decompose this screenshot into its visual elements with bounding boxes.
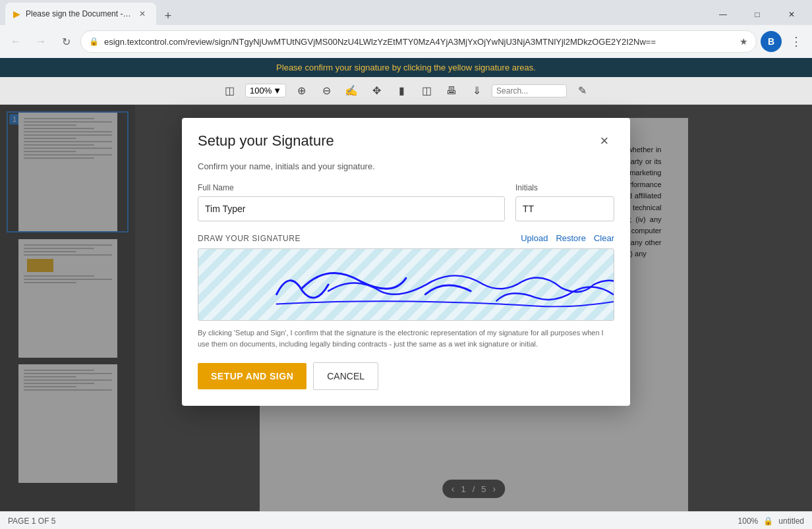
lock-icon: 🔒 bbox=[89, 37, 99, 46]
draw-label: DRAW YOUR SIGNATURE bbox=[198, 234, 301, 243]
close-button[interactable]: ✕ bbox=[776, 4, 807, 25]
tab-title: Please sign the Document - Text bbox=[26, 9, 131, 18]
modal-close-button[interactable]: × bbox=[594, 131, 614, 151]
annotation-button[interactable]: ✎ bbox=[572, 81, 592, 101]
notification-text: Please confirm your signature by clickin… bbox=[276, 63, 536, 72]
full-name-label: Full Name bbox=[198, 183, 505, 192]
status-label: untitled bbox=[778, 516, 804, 526]
active-tab[interactable]: ▶ Please sign the Document - Text ✕ bbox=[5, 3, 156, 25]
signature-modal: Setup your Signature × Confirm your name… bbox=[182, 118, 630, 406]
restore-link[interactable]: Restore bbox=[556, 233, 586, 243]
setup-sign-button[interactable]: SETUP AND SIGN bbox=[198, 363, 306, 389]
status-zoom: 100% bbox=[738, 516, 759, 526]
full-name-input[interactable] bbox=[198, 196, 505, 221]
zoom-control[interactable]: 100% ▼ bbox=[245, 84, 286, 97]
address-bar-row: ← → ↻ 🔒 esign.textcontrol.com/review/sig… bbox=[0, 25, 812, 58]
upload-link[interactable]: Upload bbox=[521, 233, 548, 243]
clear-link[interactable]: Clear bbox=[594, 233, 614, 243]
menu-button[interactable]: ⋮ bbox=[786, 31, 807, 52]
disclaimer-text: By clicking 'Setup and Sign', I confirm … bbox=[198, 327, 614, 349]
refresh-button[interactable]: ↻ bbox=[55, 31, 76, 52]
browser-chrome: ▶ Please sign the Document - Text ✕ + — … bbox=[0, 0, 812, 58]
zoom-out-button[interactable]: ⊖ bbox=[316, 81, 336, 101]
hand-tool-button[interactable]: ✍ bbox=[341, 81, 361, 101]
notification-bar: Please confirm your signature by clickin… bbox=[0, 58, 812, 77]
initials-input[interactable] bbox=[515, 196, 614, 221]
signature-action-links: Upload Restore Clear bbox=[521, 233, 614, 243]
zoom-level: 100% bbox=[250, 86, 272, 96]
status-right: 100% 🔒 untitled bbox=[738, 516, 804, 526]
modal-footer: SETUP AND SIGN CANCEL bbox=[198, 362, 614, 390]
profile-button[interactable]: B bbox=[761, 31, 782, 52]
status-bar: PAGE 1 OF 5 100% 🔒 untitled bbox=[0, 511, 812, 529]
toolbar: ◫ 100% ▼ ⊕ ⊖ ✍ ✥ ▮ ◫ 🖶 ⇓ ✎ bbox=[0, 77, 812, 105]
page-count-text: PAGE 1 OF 5 bbox=[8, 516, 55, 526]
search-box[interactable] bbox=[492, 84, 567, 97]
signature-canvas[interactable] bbox=[198, 248, 614, 321]
initials-group: Initials bbox=[515, 183, 614, 221]
download-button[interactable]: ⇓ bbox=[467, 81, 486, 101]
modal-body: Confirm your name, initials and your sig… bbox=[182, 161, 630, 406]
modal-title: Setup your Signature bbox=[198, 132, 334, 150]
view-single-button[interactable]: ▮ bbox=[392, 81, 411, 101]
modal-subtitle: Confirm your name, initials and your sig… bbox=[198, 161, 614, 171]
modal-header: Setup your Signature × bbox=[182, 118, 630, 161]
main-area: 1 bbox=[0, 105, 812, 511]
forward-button[interactable]: → bbox=[30, 31, 51, 52]
cancel-button[interactable]: CANCEL bbox=[313, 362, 378, 390]
zoom-dropdown-icon: ▼ bbox=[273, 86, 281, 96]
draw-signature-section: DRAW YOUR SIGNATURE Upload Restore Clear bbox=[198, 233, 614, 321]
tab-close-icon[interactable]: ✕ bbox=[136, 8, 148, 20]
name-initials-row: Full Name Initials bbox=[198, 183, 614, 221]
star-icon[interactable]: ★ bbox=[740, 36, 748, 47]
tab-bar: ▶ Please sign the Document - Text ✕ + — … bbox=[0, 0, 812, 25]
signature-svg bbox=[198, 249, 614, 320]
maximize-button[interactable]: □ bbox=[742, 4, 772, 25]
full-name-group: Full Name bbox=[198, 183, 505, 221]
view-grid-button[interactable]: ◫ bbox=[417, 81, 436, 101]
modal-overlay: Setup your Signature × Confirm your name… bbox=[0, 105, 812, 511]
status-lock-icon: 🔒 bbox=[763, 516, 773, 526]
back-button[interactable]: ← bbox=[5, 31, 26, 52]
signature-section-header: DRAW YOUR SIGNATURE Upload Restore Clear bbox=[198, 233, 614, 243]
panel-toggle-button[interactable]: ◫ bbox=[220, 81, 240, 101]
new-tab-button[interactable]: + bbox=[159, 7, 177, 25]
print-button[interactable]: 🖶 bbox=[442, 81, 461, 101]
tab-favicon: ▶ bbox=[13, 9, 20, 19]
minimize-button[interactable]: — bbox=[708, 4, 738, 25]
address-bar[interactable]: 🔒 esign.textcontrol.com/review/sign/NTgy… bbox=[80, 30, 757, 53]
url-text: esign.textcontrol.com/review/sign/NTgyNj… bbox=[104, 37, 734, 47]
search-input[interactable] bbox=[496, 86, 562, 96]
initials-label: Initials bbox=[515, 183, 614, 192]
zoom-in-button[interactable]: ⊕ bbox=[291, 81, 311, 101]
fit-page-button[interactable]: ✥ bbox=[366, 81, 386, 101]
